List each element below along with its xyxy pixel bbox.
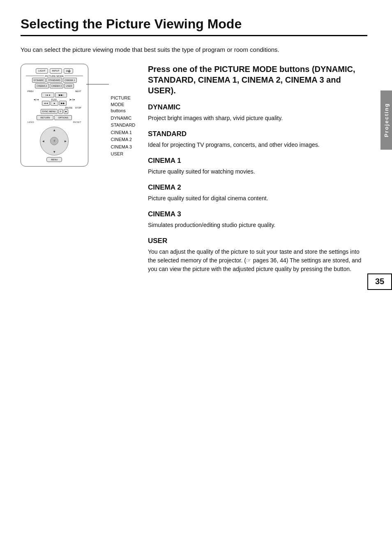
play-label-row: ◄|/◄ PLAY |►/|►	[24, 98, 85, 101]
menu-button[interactable]: MENU	[46, 157, 62, 162]
remote-top-row: LIGHT INPUT I/⏻	[24, 68, 85, 74]
standard-button[interactable]: STANDARD	[46, 78, 62, 83]
page-title: Selecting the Picture Viewing Mode	[21, 16, 367, 36]
input-button[interactable]: INPUT	[50, 68, 62, 74]
return-options-row: RETURN OPTIONS	[24, 115, 85, 120]
callout-line-svg	[84, 76, 129, 158]
side-tab-text: Projecting	[383, 103, 390, 137]
picture-mode-row1: DYNAMIC STANDARD CINEMA 1	[24, 78, 85, 83]
cinema2-button[interactable]: CINEMA 2	[35, 83, 49, 88]
section-text-dynamic: Project bright images with sharp, vivid …	[148, 114, 367, 123]
cinema1-button[interactable]: CINEMA 1	[63, 78, 77, 83]
picture-mode-label: PICTURE MODE	[45, 75, 64, 77]
dpad-down[interactable]: ▼	[53, 150, 56, 154]
section-heading-standard: STANDARD	[148, 130, 367, 138]
intro-text: You can select the picture viewing mode …	[21, 45, 367, 55]
sync-row: SYNC MENU II ■	[24, 109, 85, 114]
pause-label: PAUSE	[65, 107, 72, 109]
section-heading-cinema1: CINEMA 1	[148, 157, 367, 165]
page-number: 35	[367, 273, 392, 290]
pause-button[interactable]: II	[58, 109, 63, 114]
prev-next-row: |◄◄ ▶▶|	[24, 93, 85, 97]
dpad-up[interactable]: ▲	[53, 128, 56, 132]
sync-menu-button[interactable]: SYNC MENU	[41, 109, 58, 114]
section-text-cinema2: Picture quality suited for digital cinem…	[148, 194, 367, 203]
right-column: Press one of the PICTURE MODE buttons (D…	[148, 64, 367, 273]
section-heading-user: USER	[148, 237, 367, 245]
ffwd-label: |►/|►	[69, 98, 75, 101]
picture-mode-row2: CINEMA 2 CINEMA 3 USER	[24, 83, 85, 88]
dpad-right[interactable]: ►	[64, 139, 67, 143]
section-text-user: You can adjust the quality of the pictur…	[148, 248, 367, 273]
reset-label: RESET	[73, 121, 81, 123]
prev-button[interactable]: |◄◄	[42, 93, 54, 97]
dpad-section: ▲ ▼ ◄ ► +	[24, 127, 85, 155]
rewind-label: ◄|/◄	[33, 98, 39, 101]
cinema3-button[interactable]: CINEMA 3	[50, 83, 64, 88]
lens-label: LENS	[28, 121, 34, 123]
dpad-center[interactable]: +	[50, 137, 58, 145]
lens-reset-labels: LENS RESET	[24, 121, 85, 123]
remote-control: LIGHT INPUT I/⏻ PICTURE MODE DYNAMIC STA…	[21, 64, 88, 167]
section-text-standard: Ideal for projecting TV programs, concer…	[148, 141, 367, 149]
page-container: Selecting the Picture Viewing Mode You c…	[0, 0, 392, 290]
prev-label: PREV	[28, 90, 34, 93]
stop-label: STOP	[75, 107, 81, 109]
ffwd-button[interactable]: ▶▶	[59, 101, 67, 106]
rewind-button[interactable]: ◄◄	[42, 101, 50, 106]
user-button[interactable]: USER	[64, 83, 74, 88]
power-button[interactable]: I/⏻	[64, 68, 73, 74]
next-button[interactable]: ▶▶|	[55, 93, 67, 97]
side-tab: Projecting	[380, 90, 392, 150]
sections-container: DYNAMICProject bright images with sharp,…	[148, 103, 367, 273]
main-heading: Press one of the PICTURE MODE buttons (D…	[148, 64, 367, 96]
stop-button[interactable]: ■	[64, 109, 68, 114]
section-heading-cinema3: CINEMA 3	[148, 210, 367, 218]
callout-area: PICTURE MODE buttons DYNAMICSTANDARDCINE…	[88, 64, 136, 158]
left-column: LIGHT INPUT I/⏻ PICTURE MODE DYNAMIC STA…	[21, 64, 136, 167]
options-button[interactable]: OPTIONS	[54, 115, 72, 120]
return-button[interactable]: RETURN	[37, 115, 53, 120]
light-button[interactable]: LIGHT	[36, 68, 48, 74]
dpad[interactable]: ▲ ▼ ◄ ► +	[40, 127, 69, 155]
section-text-cinema3: Simulates production/editing studio pict…	[148, 221, 367, 229]
section-text-cinema1: Picture quality suited for watching movi…	[148, 167, 367, 176]
menu-btn-row: MENU	[24, 157, 85, 162]
dpad-left[interactable]: ◄	[42, 139, 45, 143]
next-label: NEXT	[75, 90, 81, 93]
section-heading-dynamic: DYNAMIC	[148, 103, 367, 111]
play-label: PLAY	[51, 98, 57, 101]
content-columns: LIGHT INPUT I/⏻ PICTURE MODE DYNAMIC STA…	[21, 64, 367, 273]
section-heading-cinema2: CINEMA 2	[148, 183, 367, 192]
dynamic-button[interactable]: DYNAMIC	[32, 78, 46, 83]
play-button[interactable]: ►	[51, 101, 58, 106]
play-row: ◄◄ ► ▶▶	[24, 101, 85, 106]
